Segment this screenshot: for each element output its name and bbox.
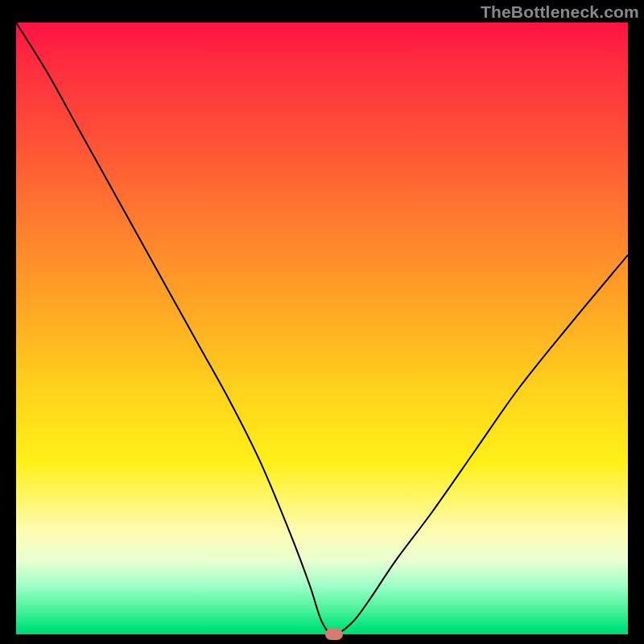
curve-svg <box>16 23 628 634</box>
watermark-text: TheBottleneck.com <box>481 2 639 22</box>
chart-frame: TheBottleneck.com <box>0 0 644 644</box>
bottleneck-curve-path <box>16 23 628 634</box>
optimum-marker <box>325 629 343 640</box>
plot-area <box>16 23 628 634</box>
